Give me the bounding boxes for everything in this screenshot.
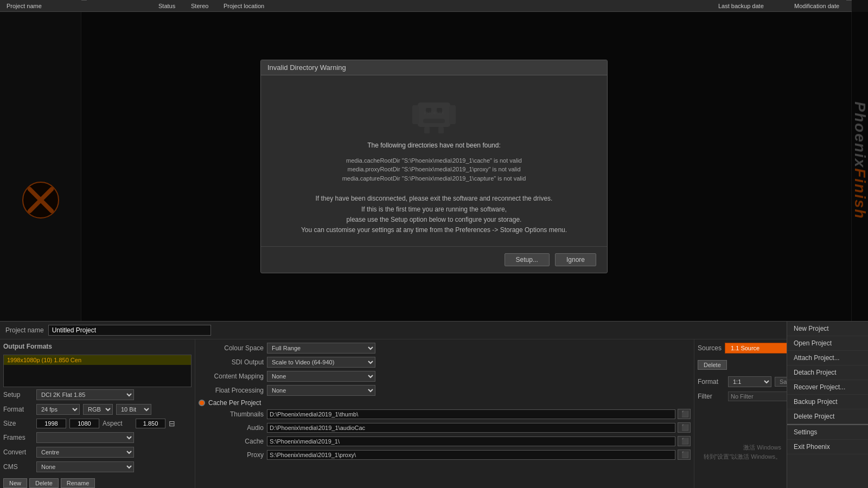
cache-browse-button[interactable]: ⬛ — [678, 436, 691, 446]
float-processing-label: Float Processing — [199, 387, 264, 394]
colorspace-select[interactable]: RGB — [83, 404, 113, 415]
modal-title-bar: Invalid Directory Warning — [261, 60, 607, 75]
context-open-project[interactable]: Open Project — [787, 339, 868, 351]
modal-instruction: If they have been disconnected, please e… — [301, 194, 567, 235]
modal-paths: media.cacheRootDir "S:\Phoenix\media\201… — [342, 156, 526, 183]
content-mapping-select[interactable]: None — [267, 371, 375, 382]
scroll-left-arrow[interactable]: ◀ — [81, 0, 87, 1]
modal-path-1: media.cacheRootDir "S:\Phoenix\media\201… — [342, 156, 526, 165]
float-processing-row: Float Processing None — [199, 385, 691, 396]
modal-path-2: media.proxyRootDir "S:\Phoenix\media\201… — [342, 165, 526, 174]
convert-label: Convert — [3, 448, 33, 456]
float-processing-select[interactable]: None — [267, 385, 375, 396]
modal-instr-1: If they have been disconnected, please e… — [301, 194, 567, 204]
modal-footer: Setup... Ignore — [261, 246, 607, 273]
project-name-label: Project name — [5, 326, 44, 334]
col-status: Status — [154, 3, 187, 9]
output-formats-title: Output Formats — [3, 343, 192, 350]
format-buttons-row: New Delete Rename — [3, 478, 192, 488]
proxy-row: Proxy ⬛ — [199, 450, 691, 460]
audio-row: Audio ⬛ — [199, 422, 691, 433]
svg-rect-8 — [449, 105, 456, 124]
setup-select[interactable]: DCI 2K Flat 1.85 — [36, 389, 134, 400]
cache-per-project-row: Cache Per Project — [199, 399, 691, 407]
cache-per-project-label: Cache Per Project — [208, 399, 261, 407]
format-item[interactable]: 1998x1080p (10) 1.850 Cen — [4, 355, 191, 365]
win-activate-line1: 激活 Windows — [704, 443, 782, 452]
context-delete-project[interactable]: Delete Project — [787, 409, 868, 424]
frames-label: Frames — [3, 434, 33, 441]
format-label: Format — [3, 406, 33, 413]
scroll-right-arrow[interactable]: ▶ — [846, 0, 852, 1]
modal-dialog: Invalid Directory Warning PHOENIX The fo… — [260, 60, 608, 273]
convert-row: Convert Centre — [3, 447, 192, 458]
output-formats-column: Output Formats 1998x1080p (10) 1.850 Cen… — [0, 339, 195, 488]
modal-body-text: The following directories have not been … — [367, 140, 501, 151]
aspect-lock-icon[interactable]: ⊟ — [169, 419, 175, 428]
thumbnails-browse-button[interactable]: ⬛ — [678, 409, 691, 419]
sdi-output-select[interactable]: Scale to Video (64-940) — [267, 357, 375, 368]
colour-space-label: Colour Space — [199, 344, 264, 352]
setup-button[interactable]: Setup... — [505, 253, 550, 266]
thumbnails-path-input[interactable] — [267, 409, 675, 419]
proxy-browse-button[interactable]: ⬛ — [678, 450, 691, 460]
filter-label: Filter — [698, 393, 725, 400]
modal-instr-4: You can customise your settings at any t… — [301, 225, 567, 235]
delete-format-button[interactable]: Delete — [29, 478, 59, 488]
proxy-path-input[interactable] — [267, 450, 675, 460]
thumbnails-row: Thumbnails ⬛ — [199, 409, 691, 419]
modal-overlay: Invalid Directory Warning PHOENIX The fo… — [0, 12, 868, 321]
modal-body: PHOENIX The following directories have n… — [261, 75, 607, 246]
context-exit-phoenix[interactable]: Exit Phoenix — [787, 440, 868, 454]
project-name-input[interactable] — [48, 325, 211, 336]
context-attach-project[interactable]: Attach Project... — [787, 351, 868, 365]
height-input[interactable] — [69, 419, 99, 428]
phantom-logo-svg: PHOENIX — [401, 92, 467, 135]
width-input[interactable] — [36, 419, 66, 428]
cms-label: CMS — [3, 463, 33, 471]
aspect-label: Aspect — [103, 420, 132, 427]
context-settings[interactable]: Settings — [787, 424, 868, 440]
ignore-button[interactable]: Ignore — [555, 253, 596, 266]
svg-rect-7 — [412, 105, 419, 124]
new-format-button[interactable]: New — [3, 478, 27, 488]
modal-path-3: media.captureRootDir "S:\Phoenix\media\2… — [342, 174, 526, 183]
aspect-input[interactable] — [136, 419, 165, 428]
colour-space-select[interactable]: Full Range — [267, 343, 375, 354]
frames-row: Frames — [3, 432, 192, 443]
cms-row: CMS None — [3, 461, 192, 472]
col-stereo: Stereo — [187, 3, 219, 9]
cms-select[interactable]: None — [36, 461, 134, 472]
svg-rect-9 — [424, 127, 430, 133]
phantom-image: PHOENIX — [401, 92, 467, 135]
content-mapping-row: Content Mapping None — [199, 371, 691, 382]
modal-instr-2: If this is the first time you are runnin… — [301, 204, 567, 215]
convert-select[interactable]: Centre — [36, 447, 134, 458]
frames-select[interactable] — [36, 432, 134, 443]
col-project-name: Project name — [2, 3, 154, 9]
colour-space-row: Colour Space Full Range — [199, 343, 691, 354]
bit-select[interactable]: 10 Bit — [116, 404, 151, 415]
context-detach-project[interactable]: Detach Project — [787, 365, 868, 380]
win-activate-line2: 转到"设置"以激活 Windows。 — [704, 452, 782, 461]
rename-format-button[interactable]: Rename — [61, 478, 95, 488]
audio-path-input[interactable] — [267, 423, 675, 433]
format-label: Format — [698, 378, 725, 386]
format-list: 1998x1080p (10) 1.850 Cen — [3, 355, 192, 387]
col-last-backup: Last backup date — [714, 3, 790, 9]
sdi-output-row: SDI Output Scale to Video (64-940) — [199, 357, 691, 368]
context-backup-project[interactable]: Backup Project — [787, 395, 868, 409]
delete-source-button[interactable]: Delete — [698, 360, 727, 370]
context-recover-project[interactable]: Recover Project... — [787, 380, 868, 395]
format-select[interactable]: 1:1 — [728, 376, 771, 387]
context-menu: New Project Open Project Attach Project.… — [787, 339, 868, 488]
col-project-location: Project location — [219, 3, 714, 9]
cache-label: Cache — [199, 438, 264, 445]
fps-select[interactable]: 24 fps — [36, 404, 80, 415]
top-header: Project name Status Stereo Project locat… — [0, 0, 868, 12]
size-row: Size Aspect ⊟ — [3, 419, 192, 428]
cache-per-project-radio[interactable] — [199, 400, 205, 406]
cache-path-input[interactable] — [267, 436, 675, 446]
svg-rect-6 — [423, 119, 445, 123]
audio-browse-button[interactable]: ⬛ — [678, 422, 691, 433]
